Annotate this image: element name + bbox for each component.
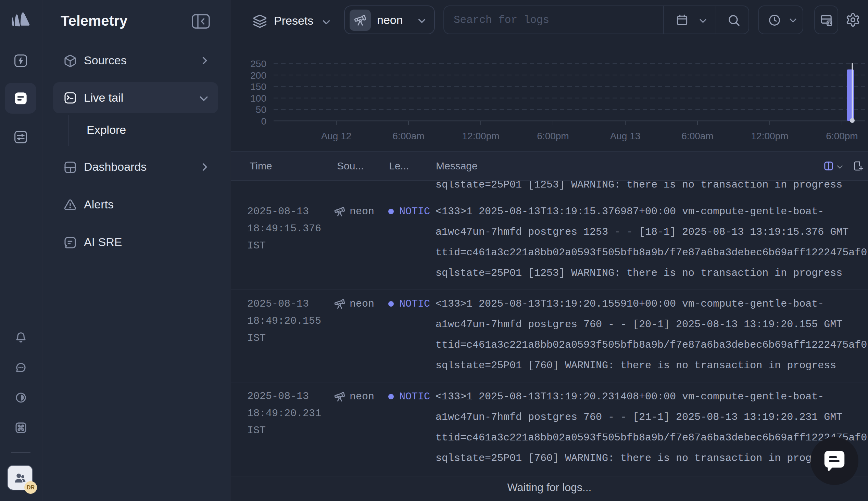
svg-text:100: 100 xyxy=(250,93,266,104)
svg-text:50: 50 xyxy=(256,104,266,115)
svg-text:12:00pm: 12:00pm xyxy=(751,131,788,141)
svg-text:150: 150 xyxy=(250,82,266,92)
svg-text:Aug 12: Aug 12 xyxy=(321,131,352,141)
svg-text:Aug 13: Aug 13 xyxy=(610,131,641,141)
svg-text:250: 250 xyxy=(250,58,266,69)
svg-text:6:00am: 6:00am xyxy=(392,131,424,141)
svg-text:6:00pm: 6:00pm xyxy=(537,131,569,141)
svg-text:6:00am: 6:00am xyxy=(681,131,713,141)
svg-text:12:00pm: 12:00pm xyxy=(462,131,500,141)
svg-text:200: 200 xyxy=(250,70,266,81)
svg-text:0: 0 xyxy=(261,116,266,127)
svg-text:6:00pm: 6:00pm xyxy=(826,131,858,141)
